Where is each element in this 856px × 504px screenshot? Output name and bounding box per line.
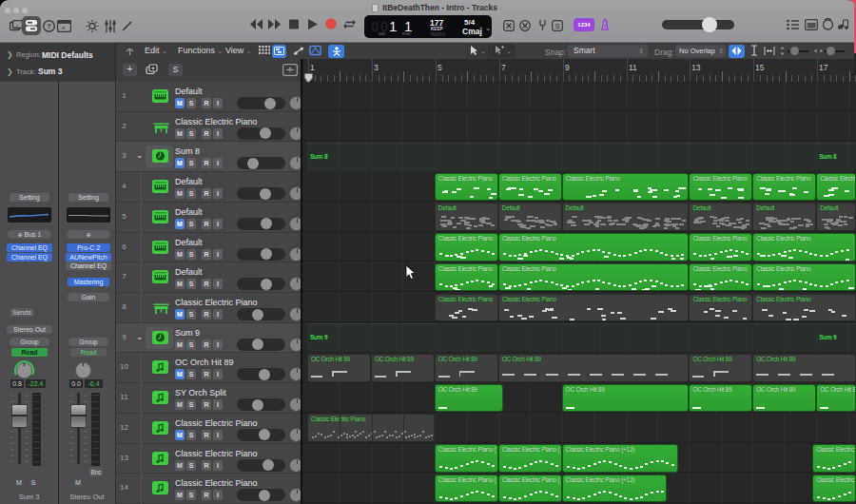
svg-text:?: ?	[47, 22, 51, 30]
svg-text:♪: ♪	[15, 23, 18, 29]
svg-text:+: +	[61, 24, 66, 32]
svg-text:S: S	[554, 22, 559, 30]
